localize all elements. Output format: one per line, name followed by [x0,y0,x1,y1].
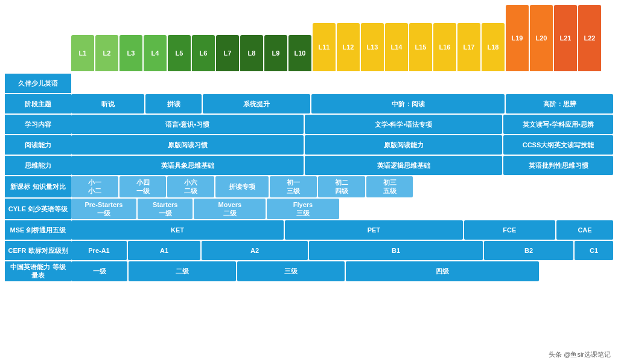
level-bar-l19: L19 [506,5,529,71]
cell-1-2: 系统提升 [203,94,310,113]
cell-9-2: 三级 [237,261,345,281]
level-bar-l4: L4 [144,35,167,71]
cell-7-3: CAE [556,220,613,240]
level-bar-l8: L8 [240,35,263,71]
table-row-8: CEFR 欧标对应级别Pre-A1A1A2B1B2C1 [5,241,613,260]
table-row-7: MSE 剑桥通用五级KETPETFCECAE [5,220,613,240]
table-row-1: 阶段主题听说拼读系统提升中阶：阅读高阶：思辨 [5,94,613,113]
level-bar-l10: L10 [288,35,311,71]
level-bar-l7: L7 [216,35,239,71]
row-label-6: CYLE 剑少英语等级 [5,199,71,220]
row-label-9: 中国英语能力 等级量表 [5,261,71,281]
cell-6-0: Pre-Starters 一级 [71,199,136,220]
row-content-3: 原版阅读习惯原版阅读能力CCSS大纲英文读写技能 [71,135,613,155]
row-label-7: MSE 剑桥通用五级 [5,220,71,240]
level-bar-l12: L12 [337,23,360,71]
row-label-4: 思维能力 [5,156,71,175]
cell-6-2: Movers 二级 [194,199,266,220]
row-label-5: 新课标 知识量对比 [5,176,71,197]
table-row-5: 新课标 知识量对比小一 小二小四 一级小六 二级拼读专项初一 三级初二 四级初三… [5,176,613,197]
cell-1-1: 拼读 [145,94,202,113]
cell-4-1: 英语逻辑思维基础 [305,156,502,175]
level-bar-l17: L17 [457,23,480,71]
row-content-5: 小一 小二小四 一级小六 二级拼读专项初一 三级初二 四级初三 五级 [71,176,613,197]
level-bar-l2: L2 [95,35,118,71]
cell-2-1: 文学•科学•语法专项 [305,115,502,134]
table-row-6: CYLE 剑少英语等级Pre-Starters 一级Starters 一级Mov… [5,199,613,220]
cell-5-7 [414,176,613,197]
level-bar-l15: L15 [409,23,432,71]
cell-2-2: 英文读写•学科应用•思辨 [503,115,613,134]
cell-1-4: 高阶：思辨 [506,94,613,113]
watermark: 头条 @鱼sir选课笔记 [549,350,611,359]
cell-4-2: 英语批判性思维习惯 [503,156,613,175]
cell-7-0: KET [71,220,284,240]
cell-3-1: 原版阅读能力 [305,135,502,155]
level-bar-l20: L20 [530,5,553,71]
cell-8-5: C1 [575,241,613,260]
cell-5-2: 小六 二级 [167,176,214,197]
row-label-2: 学习内容 [5,115,71,134]
row-content-7: KETPETFCECAE [71,220,613,240]
cell-6-4 [340,199,613,220]
cell-5-3: 拼读专项 [215,176,269,197]
level-bar-l14: L14 [385,23,408,71]
level-bar-l22: L22 [578,5,601,71]
table-row-9: 中国英语能力 等级量表一级二级三级四级 [5,261,613,281]
level-bar-l9: L9 [264,35,287,71]
cell-8-2: A2 [202,241,308,260]
cell-8-1: A1 [128,241,200,260]
level-bar-l11: L11 [313,23,336,71]
row-label-1: 阶段主题 [5,94,71,113]
cell-8-4: B2 [484,241,573,260]
level-bar-l21: L21 [554,5,577,71]
cell-5-0: 小一 小二 [71,176,118,197]
cell-1-3: 中阶：阅读 [311,94,505,113]
table-row-3: 阅读能力原版阅读习惯原版阅读能力CCSS大纲英文读写技能 [5,135,613,155]
row-content-8: Pre-A1A1A2B1B2C1 [71,241,613,260]
level-bar-l13: L13 [361,23,384,71]
level-bar-l6: L6 [192,35,215,71]
cell-9-0: 一级 [71,261,127,281]
cell-2-0: 语言•意识•习惯 [71,115,304,134]
table-row-0: 久伴少儿英语 [5,74,613,93]
cell-9-4 [540,261,613,281]
cell-8-0: Pre-A1 [71,241,127,260]
cell-5-4: 初一 三级 [270,176,317,197]
level-bar-l18: L18 [482,23,505,71]
level-bar-l1: L1 [71,35,94,71]
main-container: L1L2L3L4L5L6L7L8L9L10L11L12L13L14L15L16L… [0,0,618,284]
cell-9-3: 四级 [346,261,539,281]
row-content-9: 一级二级三级四级 [71,261,613,281]
level-bar-l16: L16 [433,23,456,71]
row-content-6: Pre-Starters 一级Starters 一级Movers 二级Flyer… [71,199,613,220]
row-label-8: CEFR 欧标对应级别 [5,241,71,260]
row-content-4: 英语具象思维基础英语逻辑思维基础英语批判性思维习惯 [71,156,613,175]
cell-1-0: 听说 [71,94,144,113]
table-section: 久伴少儿英语阶段主题听说拼读系统提升中阶：阅读高阶：思辨学习内容语言•意识•习惯… [5,74,613,281]
row-label-0: 久伴少儿英语 [5,74,71,93]
cell-3-2: CCSS大纲英文读写技能 [503,135,613,155]
cell-4-0: 英语具象思维基础 [71,156,304,175]
cell-3-0: 原版阅读习惯 [71,135,304,155]
cell-6-1: Starters 一级 [138,199,193,220]
cell-5-1: 小四 一级 [119,176,167,197]
cell-6-3: Flyers 三级 [267,199,339,220]
cell-5-5: 初二 四级 [318,176,365,197]
cell-9-1: 二级 [129,261,236,281]
table-row-4: 思维能力英语具象思维基础英语逻辑思维基础英语批判性思维习惯 [5,156,613,175]
row-label-3: 阅读能力 [5,135,71,155]
table-row-2: 学习内容语言•意识•习惯文学•科学•语法专项英文读写•学科应用•思辨 [5,115,613,134]
cell-8-3: B1 [309,241,483,260]
level-bar-l5: L5 [168,35,191,71]
row-content-1: 听说拼读系统提升中阶：阅读高阶：思辨 [71,94,613,113]
cell-5-6: 初三 五级 [366,176,413,197]
level-bar-l3: L3 [119,35,142,71]
cell-7-1: PET [285,220,463,240]
cell-7-2: FCE [464,220,555,240]
row-content-2: 语言•意识•习惯文学•科学•语法专项英文读写•学科应用•思辨 [71,115,613,134]
level-bars: L1L2L3L4L5L6L7L8L9L10L11L12L13L14L15L16L… [71,5,613,71]
